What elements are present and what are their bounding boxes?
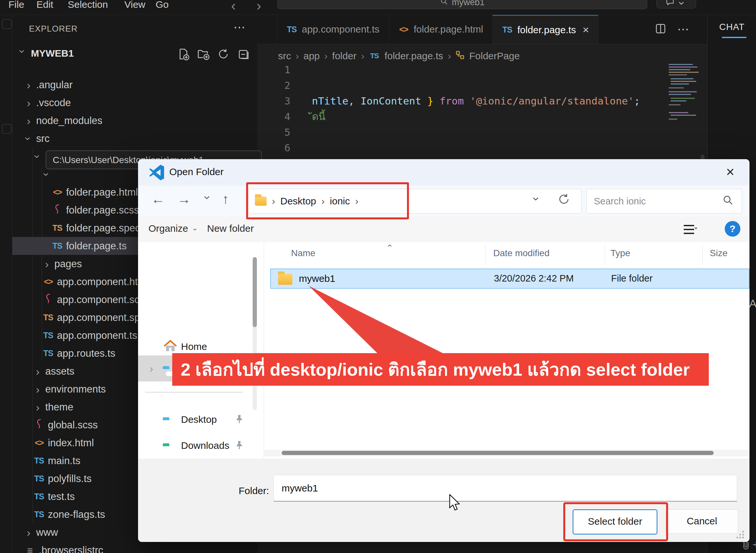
pin-icon xyxy=(235,440,243,451)
menu-item-edit[interactable]: Edit xyxy=(36,0,53,11)
address-dropdown-icon[interactable]: › xyxy=(532,194,540,203)
collapse-folders-icon[interactable] xyxy=(237,48,250,61)
tree-item-.vscode[interactable]: ›.vscode xyxy=(12,94,257,112)
menu-item-file[interactable]: File xyxy=(8,0,24,11)
refresh-icon[interactable] xyxy=(557,193,571,207)
tree-item-src[interactable]: ›src xyxy=(12,130,257,147)
column-separator xyxy=(485,245,485,264)
chevron-right-icon: › xyxy=(33,403,42,411)
history-chevron-icon[interactable]: › xyxy=(203,193,212,202)
annotation-banner: 2 เลือกไปที่ desktop/ionic ติกเลือก mywe… xyxy=(172,353,709,386)
dialog-toolbar: Organize › New folder ? xyxy=(138,217,750,242)
sidebar-scrollbar-thumb[interactable] xyxy=(253,257,257,327)
menu-item-go[interactable]: Go xyxy=(156,0,169,11)
tree-item-label: pages xyxy=(54,258,82,270)
tree-item-label: app.component.scss xyxy=(57,294,149,306)
more-actions-icon[interactable]: ⋯ xyxy=(677,22,689,36)
history-back-icon[interactable]: ‹ xyxy=(231,0,236,13)
up-icon[interactable]: ↑ xyxy=(222,191,229,207)
horizontal-scrollbar-thumb[interactable] xyxy=(282,451,714,455)
tab-bar: TS app.component.ts <> folder.page.html … xyxy=(257,15,707,44)
annotation-box-select-folder xyxy=(563,502,668,541)
activity-icon[interactable] xyxy=(2,124,12,134)
folder-name-input[interactable] xyxy=(274,475,737,501)
command-center-search[interactable]: myweb1 xyxy=(278,0,647,9)
tree-item-node_modules[interactable]: ›node_modules xyxy=(12,112,257,130)
tab-app-component-ts[interactable]: TS app.component.ts xyxy=(277,15,389,44)
chevron-right-icon[interactable]: › xyxy=(147,364,156,373)
list-file-icon: ≡ xyxy=(24,545,35,553)
column-header-date-modified[interactable]: Date modified xyxy=(493,248,549,258)
minimap[interactable] xyxy=(667,62,704,143)
ts-file-icon: TS xyxy=(33,492,45,501)
tree-item-.angular[interactable]: ›.angular xyxy=(12,76,257,94)
copilot-chat-button[interactable]: › xyxy=(656,0,696,8)
close-icon[interactable]: × xyxy=(583,23,589,36)
chevron-right-icon: › xyxy=(448,51,451,62)
breadcrumb-item-src[interactable]: src xyxy=(278,51,291,62)
search-input[interactable] xyxy=(586,189,742,214)
folder-field-label: Folder: xyxy=(239,485,269,496)
back-icon[interactable]: ← xyxy=(151,191,165,207)
split-editor-icon[interactable] xyxy=(655,23,666,35)
home-icon xyxy=(163,339,178,354)
new-file-icon[interactable] xyxy=(177,48,191,61)
new-folder-button[interactable]: New folder xyxy=(207,223,254,234)
ts-file-icon: TS xyxy=(43,331,54,340)
more-actions-icon[interactable]: ⋯ xyxy=(233,20,245,34)
menu-item-selection[interactable]: Selection xyxy=(68,0,108,11)
breadcrumb-item-folder.page.ts[interactable]: folder.page.ts xyxy=(384,51,443,62)
column-header-size[interactable]: Size xyxy=(710,248,727,258)
activity-icon[interactable] xyxy=(2,19,12,29)
chevron-right-icon: › xyxy=(24,99,33,107)
tree-item-label: app.component.ts xyxy=(57,330,137,341)
breadcrumb-item-app[interactable]: app xyxy=(303,51,320,62)
ts-file-icon: TS xyxy=(33,510,45,519)
ts-file-icon: TS xyxy=(369,52,380,60)
tree-item-label: www xyxy=(36,527,58,538)
forward-icon[interactable]: → xyxy=(177,191,191,207)
tab-folder-page-html[interactable]: <> folder.page.html xyxy=(389,15,493,44)
place-label: Home xyxy=(181,341,207,352)
line-number: 3 xyxy=(271,93,290,109)
dialog-titlebar: Open Folder × xyxy=(138,159,750,185)
project-section-header[interactable]: › MYWEB1 xyxy=(12,44,257,64)
tree-item-.browserslistrc[interactable]: ≡.browserslistrc xyxy=(12,541,257,553)
dialog-nav-row: ← → › ↑ › Desktop › ionic › › xyxy=(138,185,750,217)
chevron-right-icon: › xyxy=(296,51,299,62)
tab-chat[interactable]: CHAT xyxy=(707,22,756,32)
tree-item-label: folder.page.scss xyxy=(66,205,139,216)
symbol-class-icon xyxy=(455,51,465,62)
code-text: ัดนี้ xyxy=(312,109,325,124)
resize-grip[interactable] xyxy=(737,530,745,540)
ts-spec-file-icon: TS xyxy=(52,223,63,233)
organize-button[interactable]: Organize › xyxy=(148,223,199,234)
menu-item-view[interactable]: View xyxy=(124,0,145,11)
chevron-down-icon: › xyxy=(18,47,27,56)
search-icon xyxy=(440,0,448,7)
help-button[interactable]: ? xyxy=(725,221,740,237)
column-header-type[interactable]: Type xyxy=(610,248,630,258)
breadcrumb-item-folder[interactable]: folder xyxy=(332,51,357,62)
file-type: File folder xyxy=(611,273,653,284)
place-item-desktop[interactable]: Desktop xyxy=(138,409,251,430)
code-line-4: 4ัดนี้ xyxy=(257,109,707,124)
chevron-down-icon: › xyxy=(191,225,199,234)
view-mode-icon[interactable] xyxy=(681,222,701,238)
history-forward-icon[interactable]: › xyxy=(256,0,261,13)
ts-file-icon: TS xyxy=(33,474,45,483)
plus-icon[interactable]: + xyxy=(752,537,756,552)
tab-folder-page-ts[interactable]: TS folder.page.ts × xyxy=(493,15,598,44)
breadcrumb-item-FolderPage[interactable]: FolderPage xyxy=(469,51,520,62)
ts-file-icon: TS xyxy=(43,348,54,358)
refresh-icon[interactable] xyxy=(217,48,230,61)
chevron-right-icon: › xyxy=(33,367,42,376)
pin-icon xyxy=(235,414,243,425)
column-header-name[interactable]: Name xyxy=(291,248,315,258)
close-icon[interactable]: × xyxy=(726,164,735,180)
cancel-button[interactable]: Cancel xyxy=(666,509,738,534)
column-separator xyxy=(702,245,703,264)
scss-file-icon xyxy=(52,204,63,217)
new-folder-icon[interactable] xyxy=(197,48,210,61)
place-item-downloads[interactable]: ↓Downloads xyxy=(138,435,251,456)
